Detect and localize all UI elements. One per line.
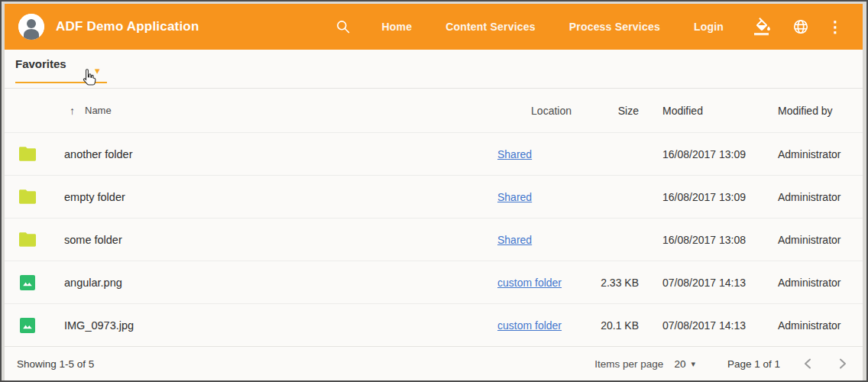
modified-date: 16/08/2017 13:08: [648, 234, 766, 246]
theme-color-button[interactable]: [750, 13, 777, 40]
nav-process-services[interactable]: Process Services: [552, 21, 677, 33]
column-header-size[interactable]: Size: [575, 105, 648, 117]
previous-page-button[interactable]: [800, 355, 815, 372]
table-row[interactable]: angular.png custom folder 2.33 KB 07/08/…: [5, 261, 863, 303]
location-link[interactable]: custom folder: [497, 319, 562, 332]
location-link[interactable]: Shared: [497, 191, 532, 203]
modified-by: Administrator: [766, 277, 863, 289]
table-header-row: ↑ Name Location Size Modified Modified b…: [5, 88, 863, 132]
folder-icon: [19, 147, 36, 161]
chevron-left-icon: [803, 358, 812, 369]
column-header-name[interactable]: ↑ Name: [50, 105, 480, 117]
file-name[interactable]: IMG_0973.jpg: [50, 319, 480, 332]
nav-login[interactable]: Login: [677, 21, 740, 33]
avatar[interactable]: [18, 14, 44, 40]
folder-icon: [19, 189, 36, 204]
view-selector-bar: Favorites ▾: [5, 50, 863, 88]
header-right-cluster: Home Content Services Process Services L…: [331, 13, 849, 40]
globe-icon: [792, 18, 809, 35]
document-list: ↑ Name Location Size Modified Modified b…: [5, 88, 863, 346]
modified-by: Administrator: [766, 191, 863, 203]
screenshot-frame: ADF Demo Application Home Content Servic…: [0, 0, 868, 382]
modified-by: Administrator: [766, 319, 863, 332]
items-per-page-value: 20: [674, 358, 685, 370]
modified-date: 07/08/2017 14:13: [648, 319, 766, 332]
nav-home[interactable]: Home: [364, 21, 429, 33]
next-page-button[interactable]: [835, 355, 850, 372]
modified-by: Administrator: [766, 148, 863, 160]
file-size: 20.1 KB: [575, 319, 648, 332]
table-row[interactable]: some folder Shared 16/08/2017 13:08 Admi…: [5, 218, 863, 261]
location-link[interactable]: Shared: [497, 148, 532, 160]
image-file-icon: [20, 318, 35, 333]
paginator-controls: Items per page 20 ▾ Page 1 of 1: [594, 355, 850, 372]
file-name[interactable]: angular.png: [50, 277, 480, 289]
items-per-page-label: Items per page: [594, 358, 663, 370]
file-name[interactable]: another folder: [50, 148, 480, 160]
kebab-menu-icon: ⋮: [828, 19, 843, 34]
paginator-bar: Showing 1-5 of 5 Items per page 20 ▾ Pag…: [5, 346, 863, 380]
location-link[interactable]: Shared: [497, 234, 532, 246]
folder-icon: [19, 232, 36, 247]
chevron-right-icon: [838, 358, 847, 369]
image-file-icon: [20, 275, 35, 290]
app-title: ADF Demo Application: [56, 19, 199, 34]
file-size: 2.33 KB: [575, 277, 648, 289]
column-header-modified-by[interactable]: Modified by: [766, 105, 863, 117]
search-icon: [335, 19, 351, 34]
search-button[interactable]: [331, 15, 355, 39]
table-row[interactable]: another folder Shared 16/08/2017 13:09 A…: [5, 132, 863, 175]
modified-by: Administrator: [766, 234, 863, 246]
more-options-button[interactable]: ⋮: [821, 19, 849, 34]
file-name[interactable]: some folder: [50, 234, 480, 246]
adf-demo-app: ADF Demo Application Home Content Servic…: [5, 4, 863, 380]
modified-date: 07/08/2017 14:13: [648, 277, 766, 289]
column-header-location[interactable]: Location: [480, 105, 575, 117]
sort-ascending-icon: ↑: [70, 105, 75, 117]
file-name[interactable]: empty folder: [50, 191, 480, 203]
location-link[interactable]: custom folder: [497, 277, 562, 289]
paint-bucket-icon: [754, 18, 772, 36]
showing-range-label: Showing 1-5 of 5: [17, 358, 94, 370]
column-header-modified[interactable]: Modified: [648, 105, 766, 117]
modified-date: 16/08/2017 13:09: [648, 191, 766, 203]
items-per-page-select[interactable]: 20 ▾: [674, 358, 695, 370]
app-header: ADF Demo Application Home Content Servic…: [5, 4, 863, 50]
table-row[interactable]: IMG_0973.jpg custom folder 20.1 KB 07/08…: [5, 303, 863, 346]
modified-date: 16/08/2017 13:09: [648, 148, 766, 160]
language-button[interactable]: [788, 14, 814, 40]
mouse-cursor-hand: [80, 68, 97, 86]
favorites-dropdown[interactable]: Favorites: [15, 57, 66, 70]
table-row[interactable]: empty folder Shared 16/08/2017 13:09 Adm…: [5, 175, 863, 218]
nav-content-services[interactable]: Content Services: [429, 21, 552, 33]
select-caret-icon: ▾: [691, 359, 695, 369]
favorites-label: Favorites: [15, 57, 66, 70]
user-avatar-icon: [18, 14, 44, 40]
page-info-label: Page 1 of 1: [727, 358, 780, 370]
